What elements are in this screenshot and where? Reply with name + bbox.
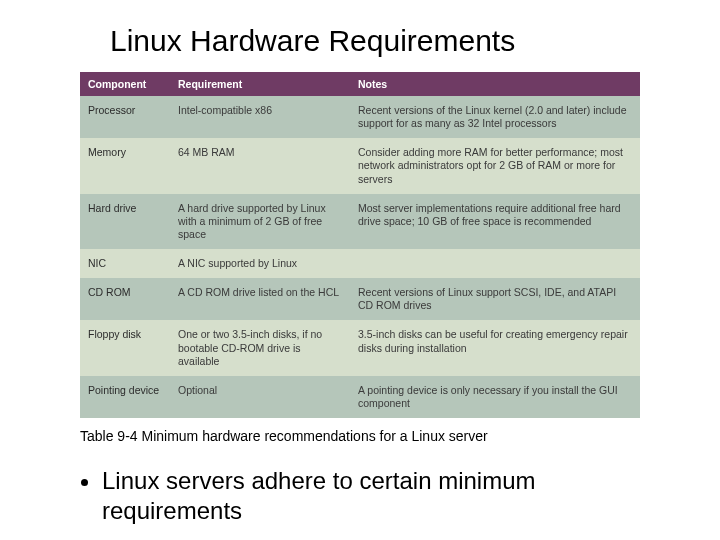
cell-notes: 3.5-inch disks can be useful for creatin… (350, 320, 640, 375)
table-row: Hard drive A hard drive supported by Lin… (80, 194, 640, 249)
table-row: Pointing device Optional A pointing devi… (80, 376, 640, 418)
col-header-notes: Notes (350, 72, 640, 96)
cell-component: NIC (80, 249, 170, 278)
col-header-component: Component (80, 72, 170, 96)
table-row: Processor Intel-compatible x86 Recent ve… (80, 96, 640, 138)
cell-notes: Recent versions of the Linux kernel (2.0… (350, 96, 640, 138)
cell-component: Processor (80, 96, 170, 138)
cell-requirement: A CD ROM drive listed on the HCL (170, 278, 350, 320)
cell-notes: Recent versions of Linux support SCSI, I… (350, 278, 640, 320)
slide-title: Linux Hardware Requirements (110, 24, 680, 58)
table-row: Memory 64 MB RAM Consider adding more RA… (80, 138, 640, 193)
table-header-row: Component Requirement Notes (80, 72, 640, 96)
cell-requirement: Intel-compatible x86 (170, 96, 350, 138)
table-row: CD ROM A CD ROM drive listed on the HCL … (80, 278, 640, 320)
col-header-requirement: Requirement (170, 72, 350, 96)
slide: Linux Hardware Requirements Component Re… (0, 0, 720, 540)
cell-component: Hard drive (80, 194, 170, 249)
cell-requirement: A hard drive supported by Linux with a m… (170, 194, 350, 249)
cell-component: Pointing device (80, 376, 170, 418)
table-row: NIC A NIC supported by Linux (80, 249, 640, 278)
cell-component: CD ROM (80, 278, 170, 320)
cell-requirement: A NIC supported by Linux (170, 249, 350, 278)
cell-requirement: Optional (170, 376, 350, 418)
bullet-item: Linux servers adhere to certain minimum … (102, 466, 680, 526)
cell-notes: Most server implementations require addi… (350, 194, 640, 249)
cell-requirement: 64 MB RAM (170, 138, 350, 193)
cell-component: Floppy disk (80, 320, 170, 375)
table-row: Floppy disk One or two 3.5-inch disks, i… (80, 320, 640, 375)
bullet-list: Linux servers adhere to certain minimum … (80, 466, 680, 526)
requirements-table: Component Requirement Notes Processor In… (80, 72, 640, 418)
cell-notes (350, 249, 640, 278)
table-caption: Table 9-4 Minimum hardware recommendatio… (80, 428, 640, 444)
cell-notes: Consider adding more RAM for better perf… (350, 138, 640, 193)
cell-notes: A pointing device is only necessary if y… (350, 376, 640, 418)
cell-requirement: One or two 3.5-inch disks, if no bootabl… (170, 320, 350, 375)
cell-component: Memory (80, 138, 170, 193)
